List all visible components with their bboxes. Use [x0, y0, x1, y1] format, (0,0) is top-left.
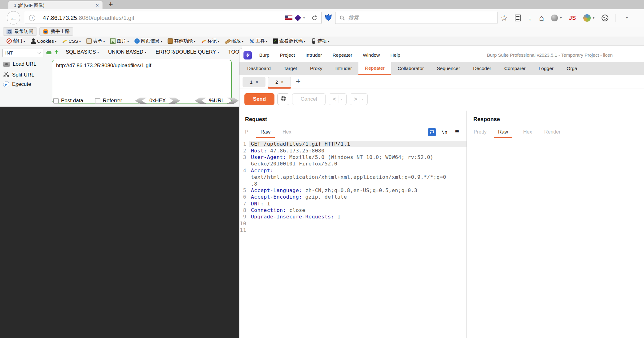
tab-close-icon[interactable]: × [96, 3, 99, 8]
burp-menu-intruder[interactable]: Intruder [305, 52, 322, 58]
word-wrap-icon[interactable] [428, 128, 436, 136]
proxy-swirl-icon[interactable] [583, 14, 591, 22]
webdev-menu-label: 表单 [93, 38, 102, 44]
site-info-icon[interactable]: i [29, 15, 35, 21]
load-url-button[interactable]: Load URL [3, 61, 37, 67]
execute-button[interactable]: ▶ Execute [3, 81, 31, 87]
hackbar-menu-union-based[interactable]: UNION BASED▾ [108, 49, 146, 55]
settings-button[interactable] [277, 93, 289, 105]
response-panel: Response PrettyRawHexRender [468, 111, 644, 338]
url-decode-arrow-icon[interactable] [195, 97, 206, 104]
webdev-menu-标记[interactable]: 标记▾ [198, 37, 222, 46]
post-data-checkbox[interactable] [53, 98, 59, 103]
bookmark-item[interactable]: 新手上路 [39, 27, 73, 36]
bookmarks-panel-icon[interactable] [515, 15, 521, 21]
webdev-menu-查看源代码[interactable]: 查看源代码▾ [270, 37, 308, 46]
request-tab-p[interactable]: P [244, 127, 249, 138]
previous-request-button[interactable]: < ▾ [329, 93, 347, 105]
tab-repeater[interactable]: Repeater [358, 62, 391, 75]
panel-splitter[interactable] [467, 111, 467, 338]
response-tab-pretty[interactable]: Pretty [473, 127, 488, 138]
reload-icon[interactable] [311, 15, 318, 21]
request-editor[interactable]: 1GET /uploadfiles/1.gif HTTP/1.12Host: 4… [239, 141, 467, 338]
referrer-checkbox[interactable] [95, 98, 100, 103]
tab-decoder[interactable]: Decoder [467, 62, 498, 75]
show-newlines-icon[interactable]: \n [441, 129, 447, 135]
burp-menu-help[interactable]: Help [390, 52, 400, 58]
navigation-toolbar: ← i 47.86.173.25:8080/uploadfiles/1.gif … [0, 9, 644, 26]
hackbar-menu-sql-basics[interactable]: SQL BASICS▾ [66, 49, 99, 55]
browser-tab[interactable]: 1.gif (GIF 图像) × [8, 1, 103, 9]
response-tab-render[interactable]: Render [543, 127, 561, 138]
webdev-menu-CSS[interactable]: CSS▾ [59, 37, 83, 46]
back-button[interactable]: ← [7, 11, 20, 24]
chevron-down-icon: ▾ [103, 40, 105, 43]
expand-icon[interactable]: + [55, 48, 59, 56]
downloads-icon[interactable]: ↓ [528, 14, 532, 22]
burp-menu-window[interactable]: Window [363, 52, 380, 58]
webdev-menu-缩放[interactable]: 缩放▾ [222, 37, 246, 46]
response-tab-raw[interactable]: Raw [494, 127, 512, 138]
tab-close-icon[interactable]: × [281, 80, 283, 84]
tab-logger[interactable]: Logger [532, 62, 560, 75]
js-toggle-icon[interactable]: JS [569, 15, 576, 21]
tab-dashboard[interactable]: Dashboard [241, 62, 277, 75]
tab-comparer[interactable]: Comparer [498, 62, 532, 75]
extension-diamond-icon[interactable] [295, 15, 301, 21]
hackbar-mode-select[interactable]: INT [2, 49, 43, 57]
url-encode-arrow-icon[interactable] [227, 97, 239, 104]
webdev-menu-工具[interactable]: 工具▾ [246, 37, 270, 46]
url-bar[interactable]: i 47.86.173.25:8080/uploadfiles/1.gif ▾ [25, 12, 322, 24]
cancel-button[interactable]: Cancel [292, 93, 326, 105]
burp-menu-repeater[interactable]: Repeater [332, 52, 352, 58]
info-blue-icon [134, 38, 140, 44]
burp-menu-project[interactable]: Project [280, 52, 295, 58]
tab-close-icon[interactable]: × [256, 80, 258, 84]
webdev-menu-图片[interactable]: 图片▾ [107, 37, 132, 46]
webdev-menu-label: 其他功能 [174, 38, 193, 44]
request-panel-title: Request [245, 116, 267, 123]
request-tab-hex[interactable]: Hex [282, 127, 292, 138]
line-text: text/html,application/xhtml+xml,applicat… [251, 174, 467, 180]
search-box[interactable]: 搜索 [335, 12, 497, 24]
request-tab-raw[interactable]: Raw [256, 127, 275, 138]
new-tab-button[interactable]: + [108, 0, 113, 9]
webdev-menu-禁用[interactable]: 禁用▾ [4, 37, 28, 46]
tab-collaborator[interactable]: Collaborator [391, 62, 430, 75]
burp-main-tabs: DashboardTargetProxyIntruderRepeaterColl… [239, 62, 644, 75]
chevron-down-icon[interactable]: ▾ [593, 16, 595, 20]
overflow-menu-icon[interactable]: ▾ [626, 16, 628, 20]
response-tab-hex[interactable]: Hex [522, 127, 533, 138]
burp-menu-burp[interactable]: Burp [259, 52, 269, 58]
globe-extension-icon[interactable] [551, 15, 558, 21]
hackbar-menu-error-double-query[interactable]: ERROR/DOUBLE QUERY▾ [156, 49, 219, 55]
send-button[interactable]: Send [244, 93, 274, 105]
editor-menu-icon[interactable]: ≡ [455, 128, 459, 136]
repeater-tab-2[interactable]: 2× [268, 77, 291, 87]
tab-proxy[interactable]: Proxy [304, 62, 329, 75]
cookie-icon[interactable] [602, 15, 608, 21]
webdev-menu-Cookies[interactable]: Cookies▾ [28, 37, 59, 46]
webdev-menu-网页信息[interactable]: 网页信息▾ [132, 37, 165, 46]
webdev-menu-选项[interactable]: 选项▾ [308, 37, 332, 46]
next-request-button[interactable]: > ▾ [350, 93, 368, 105]
home-icon[interactable]: ⌂ [539, 14, 544, 22]
chevron-down-icon[interactable]: ▾ [303, 16, 305, 20]
tab-target[interactable]: Target [277, 62, 304, 75]
split-url-button[interactable]: Split URL [3, 71, 34, 79]
repeater-tab-1[interactable]: 1× [243, 77, 265, 87]
tab-sequencer[interactable]: Sequencer [430, 62, 467, 75]
collapse-icon[interactable] [46, 51, 51, 54]
hex-encode-arrow-icon[interactable] [169, 97, 180, 104]
bookmark-item[interactable]: 最常访问 [3, 27, 37, 36]
webdev-menu-表单[interactable]: 表单▾ [84, 37, 108, 46]
chevron-down-icon[interactable]: ▾ [560, 16, 562, 20]
us-flag-icon[interactable] [285, 15, 292, 20]
tab-intruder[interactable]: Intruder [329, 62, 358, 75]
webdev-menu-其他功能[interactable]: 其他功能▾ [165, 37, 198, 46]
hex-decode-arrow-icon[interactable] [135, 97, 147, 104]
extension-fox-icon[interactable] [324, 13, 333, 22]
bookmark-star-icon[interactable]: ☆ [501, 14, 508, 22]
add-repeater-tab-button[interactable]: + [296, 77, 300, 86]
tab-orga[interactable]: Orga [560, 62, 584, 75]
